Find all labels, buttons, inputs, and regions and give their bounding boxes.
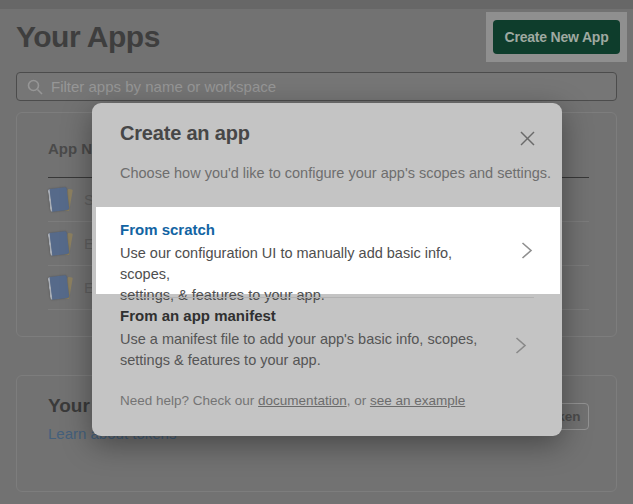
search-input[interactable] (51, 78, 606, 95)
create-app-modal: Create an app Choose how you'd like to c… (92, 103, 562, 436)
top-shadow (0, 0, 633, 9)
modal-divider (120, 297, 534, 298)
create-new-app-button[interactable]: Create New App (493, 20, 620, 54)
page-title: Your Apps (16, 20, 160, 54)
option-description: Use a manifest file to add your app's ba… (120, 329, 554, 371)
chevron-right-icon (514, 336, 527, 355)
close-icon (519, 130, 536, 147)
modal-subtitle: Choose how you'd like to configure your … (120, 165, 551, 181)
close-button[interactable] (514, 125, 540, 151)
documentation-link[interactable]: documentation (258, 393, 347, 408)
help-text: Need help? Check our documentation, or s… (120, 393, 465, 408)
modal-title: Create an app (120, 122, 250, 145)
option-title: From scratch (120, 220, 500, 239)
option-title: From an app manifest (120, 306, 554, 325)
app-icon (48, 274, 72, 302)
option-from-manifest[interactable]: From an app manifest Use a manifest file… (120, 303, 554, 371)
help-separator: , or (347, 393, 370, 408)
option-from-scratch[interactable]: From scratch Use our configuration UI to… (96, 207, 560, 294)
help-prefix: Need help? Check our (120, 393, 258, 408)
app-icon (48, 186, 72, 214)
app-icon (48, 230, 72, 258)
your-apps-page: Your Apps Create New App App Name Se EP … (0, 0, 633, 504)
search-icon (27, 79, 43, 95)
create-new-app-highlight: Create New App (486, 12, 627, 62)
see-an-example-link[interactable]: see an example (370, 393, 465, 408)
chevron-right-icon (520, 241, 533, 260)
search-bar[interactable] (16, 72, 617, 101)
